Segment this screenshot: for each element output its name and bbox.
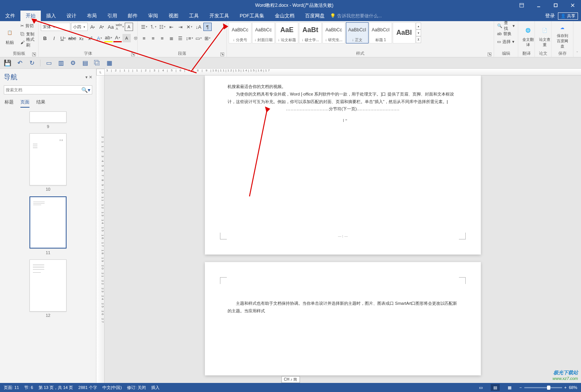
styles-launcher[interactable]: ⬊ (488, 52, 491, 56)
tab-design[interactable]: 设计 (61, 11, 82, 21)
ruler-corner[interactable]: L (96, 69, 105, 76)
char-shading-icon[interactable]: A (122, 34, 131, 42)
document-page[interactable]: 主题和样式也有助于文档保持协调。当你单击设计并选择新的主题时，图片、图表或口 S… (205, 262, 481, 375)
tab-view[interactable]: 视图 (163, 11, 184, 21)
redo-icon[interactable]: ↻ (28, 59, 36, 67)
text-direction-icon[interactable]: ✕ (185, 23, 194, 31)
tab-tools[interactable]: 工具 (184, 11, 204, 21)
horizontal-ruler[interactable]: 3 | 2 | 1 | | 1 | 2 | 3 | 4 | 5 | 6 | 7 … (105, 69, 581, 76)
nav-tab-pages[interactable]: 页面 (20, 99, 29, 108)
view-print-icon[interactable]: ▤ (491, 384, 500, 391)
qat-icon[interactable]: ⚙ (69, 59, 77, 67)
tab-pdf[interactable]: PDF工具集 (234, 11, 270, 21)
style-item[interactable]: AaBt↓ 硕士学... (299, 22, 322, 43)
save-icon[interactable]: 💾 (4, 59, 11, 67)
page-thumb[interactable]: ▬▬▬▬▬▬▬▬▬▬▬▬▬▬▬▬▬▬▬▬▬▬▬▬▬▬▬▬▬▬▬▬▬▬▬▬▬▬▬▬… (4, 259, 92, 318)
view-read-icon[interactable]: ▭ (476, 384, 485, 391)
document-page[interactable]: 机搜索最适合你的文档的视频。 为使你的文档具有专业外观，Word [·offic… (205, 76, 481, 255)
align-left-icon[interactable]: ≡ (140, 34, 148, 42)
share-button[interactable]: 👤 共享 (558, 12, 578, 20)
status-pages[interactable]: 第 13 页，共 14 页 (39, 385, 73, 390)
zoom-in-icon[interactable]: + (564, 385, 567, 390)
ribbon-options-icon[interactable] (513, 0, 530, 11)
qat-icon[interactable]: ▦ (105, 59, 113, 67)
align-center-icon[interactable]: ≡ (149, 34, 157, 42)
zoom-level[interactable]: 68% (569, 385, 577, 390)
multilevel-icon[interactable]: ☷ (158, 23, 166, 31)
shrink-font-icon[interactable]: A▾ (98, 23, 106, 31)
status-lang[interactable]: 中文(中国) (102, 385, 122, 390)
qat-icon[interactable]: ▥ (57, 59, 65, 67)
tab-mailings[interactable]: 邮件 (122, 11, 143, 21)
paper-check-button[interactable]: 📄论文查重 (536, 22, 553, 50)
select-button[interactable]: ▭ 选择 ▾ (496, 38, 516, 45)
increase-indent-icon[interactable]: ⇥ (176, 23, 184, 31)
save-baidu-button[interactable]: ☁保存到百度网盘 (553, 22, 572, 50)
collapse-ribbon-icon[interactable]: ˇ (576, 51, 578, 56)
phonetic-icon[interactable]: wénA (116, 23, 124, 31)
zoom-control[interactable]: − + 68% (519, 385, 577, 390)
char-border-icon[interactable]: A (125, 23, 133, 31)
ime-indicator[interactable]: CH ♪ 简 (281, 376, 300, 383)
justify-icon[interactable]: ≣ (167, 34, 175, 42)
enclose-char-icon[interactable]: ㊕ (132, 34, 140, 42)
translate-button[interactable]: 🌐全文翻译 (520, 22, 536, 50)
style-scroll[interactable]: ▴▾⊼ (416, 23, 421, 43)
search-icon[interactable]: 🔍▾ (81, 87, 90, 93)
zoom-out-icon[interactable]: − (519, 385, 522, 390)
nav-tab-headings[interactable]: 标题 (5, 99, 14, 108)
nav-search[interactable]: 🔍▾ (4, 85, 92, 94)
line-spacing-icon[interactable]: ↕≡ (185, 34, 194, 42)
tab-baidu[interactable]: 百度网盘 (300, 11, 330, 21)
shading-icon[interactable]: ▭ (194, 34, 203, 42)
nav-tab-results[interactable]: 结果 (36, 99, 45, 108)
clipboard-launcher[interactable]: ⬊ (32, 52, 36, 56)
page-scroll[interactable]: 机搜索最适合你的文档的视频。 为使你的文档具有专业外观，Word [·offic… (105, 76, 581, 383)
qat-icon[interactable]: ⿻ (93, 59, 101, 67)
text-effect-icon[interactable]: A (95, 34, 104, 42)
vertical-ruler[interactable]: 2 1 1 2 3 4 5 6 7 8 9 10 11 12 13 14 15 … (96, 76, 105, 383)
close-icon[interactable] (564, 0, 581, 11)
status-track[interactable]: 修订: 关闭 (127, 385, 146, 390)
paragraph-launcher[interactable]: ⬊ (220, 52, 224, 56)
bullets-icon[interactable]: ☰ (140, 23, 148, 31)
status-section[interactable]: 节: 6 (24, 385, 33, 390)
sort-icon[interactable]: ↓A (194, 23, 203, 31)
qat-icon[interactable]: ▭ (45, 59, 53, 67)
show-marks-icon[interactable]: ¶ (203, 23, 212, 31)
italic-icon[interactable]: I (50, 34, 58, 42)
nav-search-input[interactable] (6, 88, 81, 92)
change-case-icon[interactable]: Aa (107, 23, 115, 31)
page-thumb-current[interactable]: ▬▬▬▬▬▬▬▬▬▬▬▬▬▬▬▬▬▬▬▬▬▬▬▬▬▬▬11 (4, 196, 92, 255)
status-page[interactable]: 页面: 11 (4, 385, 19, 390)
tab-review[interactable]: 审阅 (143, 11, 163, 21)
tab-kingsoft[interactable]: 金山文档 (270, 11, 300, 21)
status-words[interactable]: 2881 个字 (78, 385, 97, 390)
status-insert[interactable]: 插入 (151, 385, 160, 390)
style-item-normal[interactable]: AaBbCcI↓ 正文 (346, 22, 369, 43)
paste-button[interactable]: 📋 粘贴 (2, 22, 18, 50)
style-item[interactable]: AaBbCc↓ 封面日期 (252, 22, 275, 43)
tab-file[interactable]: 文件 (0, 11, 20, 21)
style-item[interactable]: AaBbCc↓ 研究生... (322, 22, 345, 43)
superscript-icon[interactable]: x² (86, 34, 95, 42)
view-web-icon[interactable]: ▦ (505, 384, 514, 391)
format-painter-button[interactable]: 🖌格式刷 (19, 39, 37, 46)
tell-me[interactable]: 💡 告诉我您想要做什么... (330, 13, 382, 19)
style-item[interactable]: AaBl (393, 22, 415, 43)
tab-layout[interactable]: 布局 (82, 11, 102, 21)
login-link[interactable]: 登录 (545, 12, 555, 19)
strikethrough-icon[interactable]: abc (68, 34, 76, 42)
tab-references[interactable]: 引用 (102, 11, 122, 21)
replace-button[interactable]: ab 替换 (496, 30, 513, 37)
style-item[interactable]: AaBbCcI标题 1 (369, 22, 392, 43)
style-item[interactable]: AaBbCc↓ 分类号 (229, 22, 251, 43)
zoom-slider[interactable] (524, 387, 562, 388)
tab-developer[interactable]: 开发工具 (204, 11, 234, 21)
highlight-icon[interactable]: ab (104, 34, 113, 42)
align-right-icon[interactable]: ≡ (158, 34, 166, 42)
font-size-select[interactable]: 小四▾ (71, 23, 88, 31)
nav-close-icon[interactable]: ▾ ✕ (85, 75, 92, 80)
grow-font-icon[interactable]: A▴ (88, 23, 97, 31)
distribute-icon[interactable]: ☰ (176, 34, 184, 42)
